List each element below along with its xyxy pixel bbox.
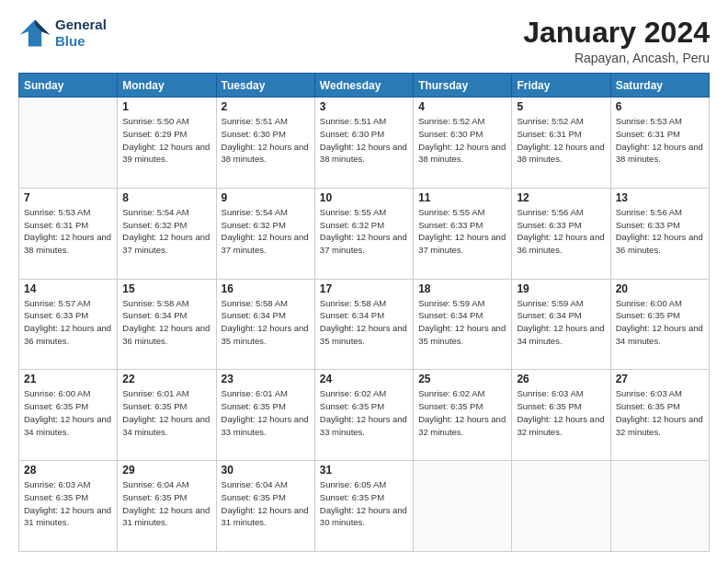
calendar-day-header: Wednesday: [314, 74, 413, 98]
day-number: 20: [616, 282, 704, 295]
calendar-cell: 12Sunrise: 5:56 AM Sunset: 6:33 PM Dayli…: [512, 188, 610, 279]
day-number: 17: [320, 282, 408, 295]
day-info: Sunrise: 5:52 AM Sunset: 6:31 PM Dayligh…: [517, 115, 605, 166]
calendar-cell: 16Sunrise: 5:58 AM Sunset: 6:34 PM Dayli…: [216, 279, 314, 370]
day-info: Sunrise: 5:53 AM Sunset: 6:31 PM Dayligh…: [24, 206, 112, 257]
day-info: Sunrise: 5:58 AM Sunset: 6:34 PM Dayligh…: [222, 297, 310, 348]
day-info: Sunrise: 6:03 AM Sunset: 6:35 PM Dayligh…: [616, 387, 704, 438]
calendar-cell: 15Sunrise: 5:58 AM Sunset: 6:34 PM Dayli…: [118, 279, 216, 370]
day-info: Sunrise: 5:58 AM Sunset: 6:34 PM Dayligh…: [122, 297, 210, 348]
day-number: 28: [24, 464, 112, 477]
calendar-cell: 31Sunrise: 6:05 AM Sunset: 6:35 PM Dayli…: [314, 461, 413, 552]
day-info: Sunrise: 5:55 AM Sunset: 6:32 PM Dayligh…: [320, 206, 408, 257]
day-number: 6: [616, 100, 704, 113]
day-info: Sunrise: 5:51 AM Sunset: 6:30 PM Dayligh…: [222, 115, 310, 166]
day-number: 10: [320, 191, 408, 204]
day-number: 14: [24, 282, 112, 295]
logo-icon: [18, 17, 51, 50]
calendar-cell: 4Sunrise: 5:52 AM Sunset: 6:30 PM Daylig…: [414, 98, 512, 189]
day-number: 13: [616, 191, 704, 204]
day-info: Sunrise: 5:57 AM Sunset: 6:33 PM Dayligh…: [24, 297, 112, 348]
day-number: 8: [122, 191, 210, 204]
day-number: 19: [517, 282, 605, 295]
day-info: Sunrise: 5:52 AM Sunset: 6:30 PM Dayligh…: [418, 115, 506, 166]
day-number: 31: [320, 464, 408, 477]
calendar-day-header: Saturday: [610, 74, 709, 98]
calendar-cell: 5Sunrise: 5:52 AM Sunset: 6:31 PM Daylig…: [512, 98, 610, 189]
day-info: Sunrise: 5:58 AM Sunset: 6:34 PM Dayligh…: [320, 297, 408, 348]
calendar-cell: 22Sunrise: 6:01 AM Sunset: 6:35 PM Dayli…: [118, 370, 216, 461]
day-info: Sunrise: 6:02 AM Sunset: 6:35 PM Dayligh…: [418, 387, 506, 438]
day-info: Sunrise: 5:50 AM Sunset: 6:29 PM Dayligh…: [122, 115, 210, 166]
day-info: Sunrise: 5:54 AM Sunset: 6:32 PM Dayligh…: [122, 206, 210, 257]
title-block: January 2024 Rapayan, Ancash, Peru: [523, 17, 710, 65]
day-number: 4: [418, 100, 506, 113]
day-number: 1: [122, 100, 210, 113]
day-info: Sunrise: 6:04 AM Sunset: 6:35 PM Dayligh…: [222, 478, 310, 529]
day-number: 5: [517, 100, 605, 113]
calendar-day-header: Friday: [512, 74, 610, 98]
calendar-cell: 19Sunrise: 5:59 AM Sunset: 6:34 PM Dayli…: [512, 279, 610, 370]
day-info: Sunrise: 5:59 AM Sunset: 6:34 PM Dayligh…: [418, 297, 506, 348]
calendar-week-row: 28Sunrise: 6:03 AM Sunset: 6:35 PM Dayli…: [19, 461, 710, 552]
day-info: Sunrise: 6:02 AM Sunset: 6:35 PM Dayligh…: [320, 387, 408, 438]
day-info: Sunrise: 6:00 AM Sunset: 6:35 PM Dayligh…: [24, 387, 112, 438]
calendar-cell: 30Sunrise: 6:04 AM Sunset: 6:35 PM Dayli…: [216, 461, 314, 552]
page: General Blue January 2024 Rapayan, Ancas…: [0, 0, 728, 563]
day-number: 26: [517, 373, 605, 385]
calendar-day-header: Monday: [118, 74, 216, 98]
calendar-cell: 28Sunrise: 6:03 AM Sunset: 6:35 PM Dayli…: [19, 461, 118, 552]
calendar-header-row: SundayMondayTuesdayWednesdayThursdayFrid…: [19, 74, 710, 98]
page-subtitle: Rapayan, Ancash, Peru: [523, 51, 710, 65]
calendar-table: SundayMondayTuesdayWednesdayThursdayFrid…: [18, 73, 710, 552]
calendar-body: 1Sunrise: 5:50 AM Sunset: 6:29 PM Daylig…: [19, 98, 710, 552]
day-info: Sunrise: 5:53 AM Sunset: 6:31 PM Dayligh…: [616, 115, 704, 166]
calendar-cell: [610, 461, 709, 552]
logo: General Blue: [18, 17, 107, 50]
calendar-day-header: Thursday: [414, 74, 512, 98]
calendar-cell: 18Sunrise: 5:59 AM Sunset: 6:34 PM Dayli…: [414, 279, 512, 370]
calendar-cell: [19, 98, 118, 189]
calendar-cell: 8Sunrise: 5:54 AM Sunset: 6:32 PM Daylig…: [118, 188, 216, 279]
day-number: 24: [320, 373, 408, 385]
calendar-cell: 20Sunrise: 6:00 AM Sunset: 6:35 PM Dayli…: [610, 279, 709, 370]
calendar-cell: 23Sunrise: 6:01 AM Sunset: 6:35 PM Dayli…: [216, 370, 314, 461]
calendar-cell: 14Sunrise: 5:57 AM Sunset: 6:33 PM Dayli…: [19, 279, 118, 370]
calendar-day-header: Sunday: [19, 74, 118, 98]
calendar-day-header: Tuesday: [216, 74, 314, 98]
day-number: 25: [418, 373, 506, 385]
calendar-cell: 26Sunrise: 6:03 AM Sunset: 6:35 PM Dayli…: [512, 370, 610, 461]
calendar-cell: 13Sunrise: 5:56 AM Sunset: 6:33 PM Dayli…: [610, 188, 709, 279]
day-number: 22: [122, 373, 210, 385]
calendar-cell: 2Sunrise: 5:51 AM Sunset: 6:30 PM Daylig…: [216, 98, 314, 189]
day-number: 2: [222, 100, 310, 113]
calendar-cell: 17Sunrise: 5:58 AM Sunset: 6:34 PM Dayli…: [314, 279, 413, 370]
day-number: 21: [24, 373, 112, 385]
calendar-cell: 6Sunrise: 5:53 AM Sunset: 6:31 PM Daylig…: [610, 98, 709, 189]
calendar-cell: 9Sunrise: 5:54 AM Sunset: 6:32 PM Daylig…: [216, 188, 314, 279]
calendar-cell: 24Sunrise: 6:02 AM Sunset: 6:35 PM Dayli…: [314, 370, 413, 461]
calendar-cell: [512, 461, 610, 552]
day-number: 23: [222, 373, 310, 385]
calendar-cell: 29Sunrise: 6:04 AM Sunset: 6:35 PM Dayli…: [118, 461, 216, 552]
day-info: Sunrise: 6:00 AM Sunset: 6:35 PM Dayligh…: [616, 297, 704, 348]
calendar-week-row: 21Sunrise: 6:00 AM Sunset: 6:35 PM Dayli…: [19, 370, 710, 461]
calendar-cell: [414, 461, 512, 552]
day-info: Sunrise: 6:04 AM Sunset: 6:35 PM Dayligh…: [122, 478, 210, 529]
day-number: 16: [222, 282, 310, 295]
logo-text: General Blue: [55, 17, 107, 50]
day-info: Sunrise: 5:59 AM Sunset: 6:34 PM Dayligh…: [517, 297, 605, 348]
day-info: Sunrise: 6:03 AM Sunset: 6:35 PM Dayligh…: [24, 478, 112, 529]
day-info: Sunrise: 5:56 AM Sunset: 6:33 PM Dayligh…: [616, 206, 704, 257]
calendar-cell: 21Sunrise: 6:00 AM Sunset: 6:35 PM Dayli…: [19, 370, 118, 461]
day-info: Sunrise: 6:01 AM Sunset: 6:35 PM Dayligh…: [222, 387, 310, 438]
calendar-cell: 3Sunrise: 5:51 AM Sunset: 6:30 PM Daylig…: [314, 98, 413, 189]
day-info: Sunrise: 6:03 AM Sunset: 6:35 PM Dayligh…: [517, 387, 605, 438]
day-number: 9: [222, 191, 310, 204]
calendar-cell: 11Sunrise: 5:55 AM Sunset: 6:33 PM Dayli…: [414, 188, 512, 279]
calendar-cell: 7Sunrise: 5:53 AM Sunset: 6:31 PM Daylig…: [19, 188, 118, 279]
day-number: 18: [418, 282, 506, 295]
calendar-cell: 25Sunrise: 6:02 AM Sunset: 6:35 PM Dayli…: [414, 370, 512, 461]
calendar-cell: 10Sunrise: 5:55 AM Sunset: 6:32 PM Dayli…: [314, 188, 413, 279]
day-number: 7: [24, 191, 112, 204]
